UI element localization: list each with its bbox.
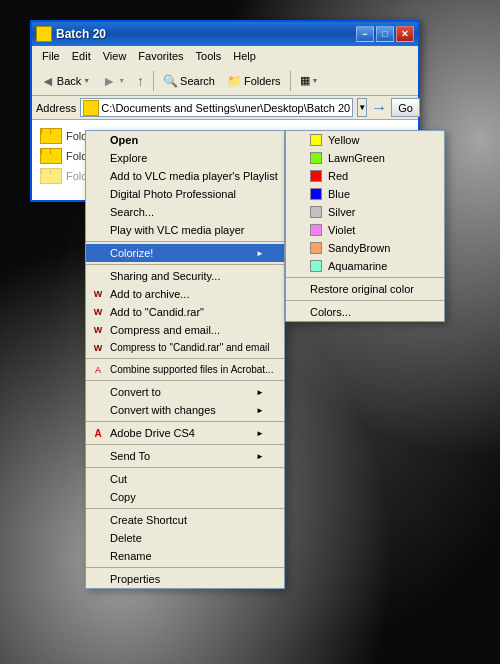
- back-label: Back: [57, 75, 81, 87]
- forward-dropdown-icon: ▼: [118, 77, 125, 84]
- views-button[interactable]: ▦ ▼: [295, 71, 324, 90]
- menu-edit[interactable]: Edit: [66, 48, 97, 64]
- ctx-sep-5: [86, 421, 284, 422]
- color-aquamarine[interactable]: Aquamarine: [286, 257, 444, 275]
- back-arrow-icon: ◄: [41, 73, 55, 89]
- title-buttons: − □ ✕: [356, 26, 414, 42]
- ctx-adobe-drive[interactable]: A Adobe Drive CS4 ►: [86, 424, 284, 442]
- ctx-add-archive[interactable]: W Add to archive...: [86, 285, 284, 303]
- ctx-copy-label: Copy: [110, 491, 136, 503]
- red-swatch: [310, 170, 322, 182]
- ctx-search[interactable]: Search...: [86, 203, 284, 221]
- color-sandybrown[interactable]: SandyBrown: [286, 239, 444, 257]
- menu-view[interactable]: View: [97, 48, 133, 64]
- forward-button[interactable]: ► ▼: [97, 70, 130, 92]
- color-sep-2: [286, 300, 444, 301]
- folder-icon-2: [40, 148, 60, 164]
- toolbar-separator-2: [290, 71, 291, 91]
- ctx-compress-rar-email[interactable]: W Compress to "Candid.rar" and email: [86, 339, 284, 356]
- ctx-add-rar-label: Add to "Candid.rar": [110, 306, 204, 318]
- color-yellow[interactable]: Yellow: [286, 131, 444, 149]
- menu-file[interactable]: File: [36, 48, 66, 64]
- back-dropdown-icon: ▼: [83, 77, 90, 84]
- address-dropdown-button[interactable]: ▼: [357, 98, 367, 117]
- color-blue[interactable]: Blue: [286, 185, 444, 203]
- ctx-vlc-play[interactable]: Play with VLC media player: [86, 221, 284, 239]
- maximize-button[interactable]: □: [376, 26, 394, 42]
- color-silver[interactable]: Silver: [286, 203, 444, 221]
- up-icon: ↑: [137, 73, 144, 89]
- ctx-rename[interactable]: Rename: [86, 547, 284, 565]
- title-bar-left: Batch 20: [36, 26, 106, 42]
- color-lawngreen[interactable]: LawnGreen: [286, 149, 444, 167]
- yellow-label: Yellow: [328, 134, 359, 146]
- ctx-delete[interactable]: Delete: [86, 529, 284, 547]
- folders-label: Folders: [244, 75, 281, 87]
- address-folder-icon: [83, 100, 99, 116]
- ctx-convert-changes[interactable]: Convert with changes ►: [86, 401, 284, 419]
- ctx-compress-email[interactable]: W Compress and email...: [86, 321, 284, 339]
- ctx-convert-to[interactable]: Convert to ►: [86, 383, 284, 401]
- toolbar: ◄ Back ▼ ► ▼ ↑ 🔍 Search 📁 Folders: [32, 66, 418, 96]
- ctx-delete-label: Delete: [110, 532, 142, 544]
- ctx-colorize[interactable]: Colorize! ►: [86, 244, 284, 262]
- search-button[interactable]: 🔍 Search: [158, 71, 220, 91]
- ctx-sharing-label: Sharing and Security...: [110, 270, 220, 282]
- menu-favorites[interactable]: Favorites: [132, 48, 189, 64]
- ctx-vlc-add[interactable]: Add to VLC media player's Playlist: [86, 167, 284, 185]
- up-button[interactable]: ↑: [132, 70, 149, 92]
- window-title: Batch 20: [56, 27, 106, 41]
- ctx-convert-changes-arrow: ►: [256, 406, 264, 415]
- close-button[interactable]: ✕: [396, 26, 414, 42]
- red-label: Red: [328, 170, 348, 182]
- sandybrown-swatch: [310, 242, 322, 254]
- violet-label: Violet: [328, 224, 355, 236]
- ctx-sep-1: [86, 241, 284, 242]
- colorize-submenu: Yellow LawnGreen Red Blue Silver Violet …: [285, 130, 445, 322]
- silver-label: Silver: [328, 206, 356, 218]
- minimize-button[interactable]: −: [356, 26, 374, 42]
- ctx-create-shortcut[interactable]: Create Shortcut: [86, 511, 284, 529]
- menu-help[interactable]: Help: [227, 48, 262, 64]
- winrar-icon-1: W: [90, 286, 106, 302]
- restore-original-label: Restore original color: [310, 283, 414, 295]
- menu-tools[interactable]: Tools: [190, 48, 228, 64]
- go-button[interactable]: Go: [391, 98, 420, 117]
- ctx-sep-2: [86, 264, 284, 265]
- ctx-dpp[interactable]: Digital Photo Professional: [86, 185, 284, 203]
- views-dropdown-icon: ▼: [312, 77, 319, 84]
- ctx-copy[interactable]: Copy: [86, 488, 284, 506]
- ctx-sep-3: [86, 358, 284, 359]
- ctx-combine[interactable]: A Combine supported files in Acrobat...: [86, 361, 284, 378]
- colors-option-label: Colors...: [310, 306, 351, 318]
- ctx-adobe-drive-arrow: ►: [256, 429, 264, 438]
- ctx-colorize-label: Colorize!: [110, 247, 153, 259]
- address-text: C:\Documents and Settings\uner\Desktop\B…: [101, 102, 350, 114]
- adobe-drive-icon: A: [90, 425, 106, 441]
- ctx-open[interactable]: Open: [86, 131, 284, 149]
- silver-swatch: [310, 206, 322, 218]
- ctx-add-rar[interactable]: W Add to "Candid.rar": [86, 303, 284, 321]
- color-red[interactable]: Red: [286, 167, 444, 185]
- folder-icon-3: [40, 168, 60, 184]
- ctx-explore[interactable]: Explore: [86, 149, 284, 167]
- color-violet[interactable]: Violet: [286, 221, 444, 239]
- yellow-swatch: [310, 134, 322, 146]
- winrar-icon-3: W: [90, 322, 106, 338]
- lawngreen-label: LawnGreen: [328, 152, 385, 164]
- ctx-cut[interactable]: Cut: [86, 470, 284, 488]
- ctx-cut-label: Cut: [110, 473, 127, 485]
- folders-button[interactable]: 📁 Folders: [222, 71, 286, 91]
- ctx-sep-8: [86, 508, 284, 509]
- views-icon: ▦: [300, 74, 310, 87]
- address-input[interactable]: C:\Documents and Settings\uner\Desktop\B…: [80, 98, 353, 117]
- back-button[interactable]: ◄ Back ▼: [36, 70, 95, 92]
- violet-swatch: [310, 224, 322, 236]
- colors-option[interactable]: Colors...: [286, 303, 444, 321]
- ctx-sep-4: [86, 380, 284, 381]
- winrar-icon-4: W: [90, 340, 106, 356]
- ctx-sharing[interactable]: Sharing and Security...: [86, 267, 284, 285]
- ctx-properties[interactable]: Properties: [86, 570, 284, 588]
- restore-original-color[interactable]: Restore original color: [286, 280, 444, 298]
- ctx-send-to[interactable]: Send To ►: [86, 447, 284, 465]
